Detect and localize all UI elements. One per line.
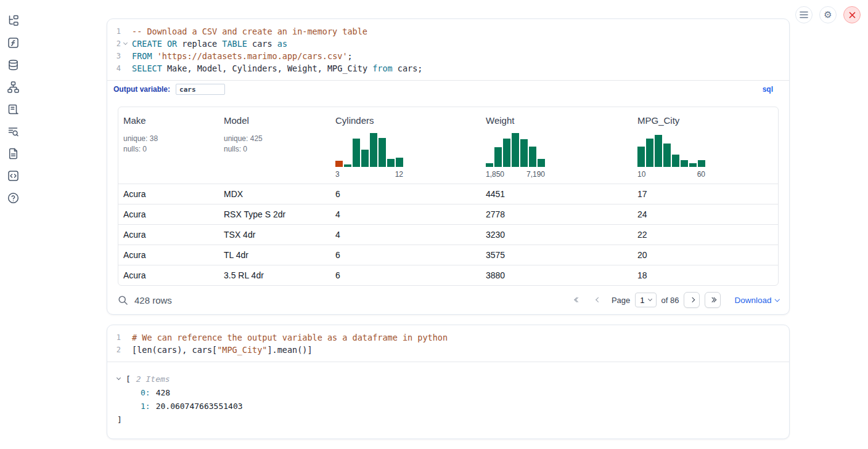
column-name: Model: [224, 115, 326, 126]
datasources-button[interactable]: [6, 58, 20, 71]
histogram-bar: [698, 160, 705, 167]
items-count-label: 2 Items: [136, 374, 170, 384]
table-cell: 4: [330, 209, 481, 219]
file-tree-icon: [7, 15, 19, 26]
page-select[interactable]: 1: [635, 293, 656, 307]
line-number: 1: [107, 331, 121, 344]
code-token: cars;: [393, 63, 423, 73]
code-token: OR: [167, 39, 177, 49]
table-cell: Acura: [118, 209, 219, 219]
histogram-bar: [370, 133, 377, 167]
table-cell: 3880: [481, 270, 633, 280]
page-total: of 86: [661, 296, 679, 305]
code-token: SELECT: [132, 63, 162, 73]
scratchpad-button[interactable]: [6, 102, 20, 116]
column-histogram: [486, 133, 628, 167]
null-count: nulls: 0: [123, 144, 214, 155]
histogram-bar: [681, 160, 688, 167]
python-output: [ 2 Items 0:4281:20.060747663551403 ]: [107, 362, 789, 439]
language-tag: sql: [763, 85, 773, 94]
code-token: "MPG_City": [217, 345, 267, 355]
table-cell: 6: [330, 250, 481, 260]
table-cell: 3575: [481, 250, 633, 260]
table-cell: 6: [330, 189, 481, 199]
settings-button[interactable]: ⚙: [819, 6, 837, 23]
sql-code-editor[interactable]: 1-- Download a CSV and create an in-memo…: [107, 19, 789, 81]
column-name: Weight: [486, 115, 628, 126]
table-row[interactable]: AcuraRSX Type S 2dr4277824: [118, 204, 778, 224]
table-cell: 3230: [481, 230, 633, 240]
histogram-bar: [486, 163, 493, 167]
table-cell: Acura: [118, 250, 219, 260]
code-token: FROM: [132, 51, 152, 61]
download-label: Download: [734, 296, 771, 305]
histogram-bar: [335, 161, 343, 167]
column-histogram: [637, 133, 773, 167]
help-button[interactable]: [6, 191, 20, 204]
file-explorer-button[interactable]: [6, 14, 20, 27]
shutdown-button[interactable]: [843, 6, 861, 23]
column-stats: unique: 38nulls: 0: [123, 134, 214, 155]
code-tokens: SELECT Make, Model, Cylinders, Weight, M…: [129, 62, 422, 75]
chevron-down-icon: [647, 297, 652, 301]
variables-button[interactable]: [6, 36, 20, 49]
snippets-button[interactable]: [6, 169, 20, 182]
table-cell: TL 4dr: [219, 250, 330, 260]
code-tokens: -- Download a CSV and create an in-memor…: [129, 25, 367, 38]
column-header[interactable]: Makeunique: 38nulls: 0: [118, 107, 219, 184]
code-line: 2CREATE OR replace TABLE cars as: [107, 38, 789, 50]
download-button[interactable]: Download: [734, 296, 779, 305]
histogram-axis-labels: 1060: [637, 170, 705, 179]
menu-button[interactable]: [795, 6, 813, 23]
collapse-chevron-icon[interactable]: [117, 378, 126, 379]
gutter-fold: [121, 43, 129, 44]
code-token: -- Download a CSV and create an in-memor…: [132, 26, 367, 36]
code-square-icon: [7, 170, 19, 182]
column-header[interactable]: Modelunique: 425nulls: 0: [219, 107, 330, 184]
logs-button[interactable]: [6, 124, 20, 138]
line-number: 1: [107, 25, 121, 38]
last-page-button[interactable]: [705, 292, 721, 308]
table-cell: MDX: [219, 189, 330, 199]
code-token: [len(cars), cars[: [132, 345, 217, 355]
search-icon[interactable]: [118, 295, 128, 305]
histogram-bar: [655, 135, 662, 167]
histogram-bar: [512, 133, 519, 167]
code-token: replace: [177, 39, 222, 49]
table-row[interactable]: AcuraTSX 4dr4323022: [118, 224, 778, 245]
output-item-key: 1:: [141, 402, 150, 411]
next-page-button[interactable]: [684, 292, 700, 308]
dependency-graph-button[interactable]: [6, 80, 20, 94]
first-page-button[interactable]: [570, 292, 586, 308]
column-header[interactable]: Cylinders312: [330, 107, 481, 184]
chevron-down-icon: [774, 297, 779, 302]
table-row[interactable]: Acura3.5 RL 4dr6388018: [118, 265, 778, 285]
column-header[interactable]: Weight1,8507,190: [481, 107, 633, 184]
code-token: TABLE: [222, 39, 247, 49]
output-variable-bar: Output variable: sql: [107, 81, 789, 98]
output-item: 0:428: [117, 386, 779, 399]
code-tokens: [len(cars), cars["MPG_City"].mean()]: [129, 344, 313, 356]
prev-page-button[interactable]: [591, 292, 607, 308]
gear-icon: ⚙: [824, 9, 832, 20]
close-bracket: ]: [117, 415, 122, 424]
column-header[interactable]: MPG_City1060: [633, 107, 778, 184]
histogram-min-label: 10: [637, 170, 645, 179]
table-cell: 22: [633, 230, 778, 240]
table-row[interactable]: AcuraMDX6445117: [118, 184, 778, 204]
notebook: 1-- Download a CSV and create an in-memo…: [107, 18, 790, 439]
chevrons-left-icon: [575, 298, 580, 302]
line-number: 2: [107, 344, 121, 356]
code-token: ].mean()]: [267, 345, 312, 355]
python-code-editor[interactable]: 1# We can reference the output variable …: [107, 325, 789, 362]
fold-chevron-icon[interactable]: [123, 41, 127, 45]
output-list-header: [ 2 Items: [117, 372, 779, 386]
code-line: 2[len(cars), cars["MPG_City"].mean()]: [107, 344, 789, 356]
histogram-min-label: 3: [335, 170, 340, 179]
output-variable-input[interactable]: [176, 84, 225, 95]
documentation-button[interactable]: [6, 147, 20, 160]
histogram-bar: [637, 147, 645, 167]
table-row[interactable]: AcuraTL 4dr6357520: [118, 245, 778, 265]
histogram-max-label: 7,190: [526, 170, 545, 179]
histogram-axis-labels: 1,8507,190: [486, 170, 545, 179]
